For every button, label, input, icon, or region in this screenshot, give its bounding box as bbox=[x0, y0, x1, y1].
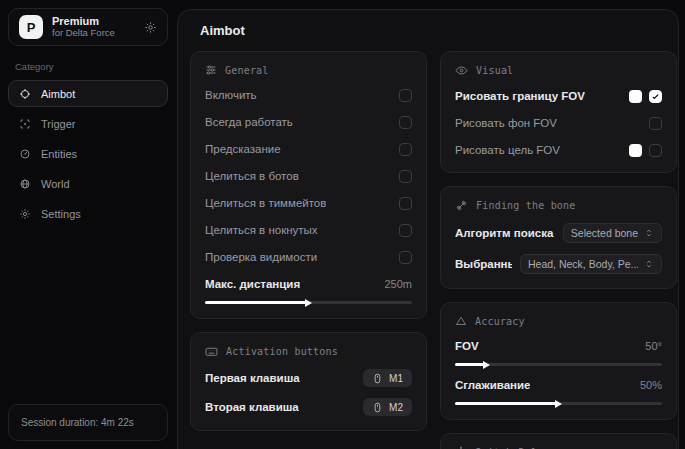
max-distance-slider[interactable] bbox=[205, 301, 412, 304]
content-columns: General Включить Всегда работать Предска… bbox=[178, 48, 678, 449]
selected-bones-select[interactable]: Head, Neck, Body, Pe... bbox=[520, 254, 662, 274]
section-title: Visual bbox=[476, 65, 513, 76]
tune-icon bbox=[205, 64, 217, 76]
left-column: General Включить Всегда работать Предска… bbox=[190, 51, 427, 449]
keybind-button-m2[interactable]: M2 bbox=[363, 398, 412, 416]
keybind-button-m1[interactable]: M1 bbox=[363, 369, 412, 387]
setting-row-visibility-check: Проверка видимости bbox=[205, 249, 412, 265]
slider-fill bbox=[455, 402, 556, 405]
color-swatch[interactable] bbox=[629, 90, 642, 103]
sidebar-nav: Aimbot Trigger Entities World Settings bbox=[8, 80, 168, 227]
sidebar-item-entities[interactable]: Entities bbox=[8, 140, 168, 167]
setting-row-draw-fov-target: Рисовать цель FOV bbox=[455, 142, 662, 158]
unfold-icon bbox=[644, 228, 654, 238]
accuracy-card-header: Accuracy bbox=[455, 315, 662, 327]
keyboard-icon bbox=[205, 345, 218, 358]
setting-label: Целиться в ботов bbox=[205, 170, 299, 182]
sidebar-item-label: Settings bbox=[41, 208, 81, 220]
main-panel: Aimbot General Включить Всегда работать bbox=[177, 9, 679, 449]
section-title: Activation buttons bbox=[226, 346, 338, 357]
checkbox[interactable] bbox=[649, 144, 662, 157]
sidebar-item-trigger[interactable]: Trigger bbox=[8, 110, 168, 137]
brand-logo: P bbox=[19, 15, 43, 39]
sidebar-item-aimbot[interactable]: Aimbot bbox=[8, 80, 168, 107]
sidebar-item-label: Entities bbox=[41, 148, 77, 160]
bones-card: Finding the bone Алгоритм поиска костей … bbox=[440, 186, 677, 289]
setting-label: Сглаживание bbox=[455, 379, 530, 391]
setting-row-draw-fov-border: Рисовать границу FOV bbox=[455, 88, 662, 104]
fov-slider[interactable] bbox=[455, 363, 662, 366]
eye-icon bbox=[455, 64, 468, 77]
setting-row-draw-fov-background: Рисовать фон FOV bbox=[455, 115, 662, 131]
general-card: General Включить Всегда работать Предска… bbox=[190, 51, 427, 319]
section-title: Finding the bone bbox=[476, 200, 576, 211]
activation-card: Activation buttons Первая клавиша M1 Вто… bbox=[190, 332, 427, 431]
checkbox[interactable] bbox=[399, 251, 412, 264]
session-duration: Session duration: 4m 22s bbox=[8, 404, 168, 441]
sidebar-item-label: World bbox=[41, 178, 70, 190]
checkbox[interactable] bbox=[399, 224, 412, 237]
unfold-icon bbox=[644, 259, 654, 269]
checkbox[interactable] bbox=[399, 197, 412, 210]
checkbox[interactable] bbox=[399, 89, 412, 102]
setting-row-prediction: Предсказание bbox=[205, 141, 412, 157]
setting-row-max-distance: Макс. дистанция 250m bbox=[205, 276, 412, 304]
bone-icon bbox=[455, 199, 468, 212]
sidebar-item-world[interactable]: World bbox=[8, 170, 168, 197]
setting-label: Целиться в нокнутых bbox=[205, 224, 318, 236]
mouse-icon bbox=[372, 373, 383, 384]
setting-label: Выбранные кости bbox=[455, 258, 512, 270]
sidebar: P Premium for Delta Force Category Aimbo… bbox=[0, 0, 176, 449]
setting-row-selected-bones: Выбранные кости Head, Neck, Body, Pe... bbox=[455, 254, 662, 274]
gear-icon bbox=[19, 208, 31, 220]
select-value: Selected bone bbox=[571, 227, 638, 239]
switch-delay-card: Switch Delay Задержка переключения Задер… bbox=[440, 433, 677, 449]
setting-row-smoothing: Сглаживание 50% bbox=[455, 377, 662, 405]
setting-label: Макс. дистанция bbox=[205, 278, 300, 290]
setting-row-target-bots: Целиться в ботов bbox=[205, 168, 412, 184]
smoothing-slider[interactable] bbox=[455, 402, 662, 405]
sidebar-item-label: Trigger bbox=[41, 118, 75, 130]
right-column: Visual Рисовать границу FOV Рисовать фон… bbox=[440, 51, 677, 449]
accuracy-card: Accuracy FOV 50° Сглаживание 50% bbox=[440, 302, 677, 420]
checkbox[interactable] bbox=[649, 117, 662, 130]
setting-label: Первая клавиша bbox=[205, 372, 300, 384]
bone-algorithm-select[interactable]: Selected bone bbox=[563, 223, 662, 243]
crosshair-icon bbox=[19, 88, 31, 100]
checkbox[interactable] bbox=[399, 143, 412, 156]
slider-value: 50° bbox=[645, 340, 662, 352]
setting-label: FOV bbox=[455, 340, 479, 352]
general-card-header: General bbox=[205, 64, 412, 76]
setting-label: Алгоритм поиска костей bbox=[455, 227, 555, 239]
page-title: Aimbot bbox=[178, 10, 678, 48]
mouse-icon bbox=[372, 402, 383, 413]
setting-label: Включить bbox=[205, 89, 257, 101]
color-swatch[interactable] bbox=[629, 144, 642, 157]
setting-row-fov: FOV 50° bbox=[455, 338, 662, 366]
checkbox[interactable] bbox=[399, 116, 412, 129]
bones-card-header: Finding the bone bbox=[455, 199, 662, 212]
setting-label: Целиться в тиммейтов bbox=[205, 197, 326, 209]
checkbox[interactable] bbox=[649, 90, 662, 103]
brand-card: P Premium for Delta Force bbox=[8, 8, 168, 46]
sidebar-item-settings[interactable]: Settings bbox=[8, 200, 168, 227]
keybind-label: M1 bbox=[389, 373, 403, 384]
setting-label: Предсказание bbox=[205, 143, 281, 155]
setting-row-target-knocked: Целиться в нокнутых bbox=[205, 222, 412, 238]
checkbox[interactable] bbox=[399, 170, 412, 183]
visual-card-header: Visual bbox=[455, 64, 662, 77]
brand-subtitle: for Delta Force bbox=[52, 28, 135, 39]
category-label: Category bbox=[15, 61, 161, 72]
section-title: General bbox=[225, 65, 269, 76]
brand-name: Premium bbox=[52, 15, 135, 28]
sidebar-item-label: Aimbot bbox=[41, 88, 75, 100]
setting-label: Всегда работать bbox=[205, 116, 293, 128]
gear-icon[interactable] bbox=[144, 21, 157, 34]
setting-row-enable: Включить bbox=[205, 87, 412, 103]
setting-row-second-key: Вторая клавиша M2 bbox=[205, 398, 412, 416]
globe-icon bbox=[19, 178, 31, 190]
visual-card: Visual Рисовать границу FOV Рисовать фон… bbox=[440, 51, 677, 173]
slider-fill bbox=[455, 363, 484, 366]
select-value: Head, Neck, Body, Pe... bbox=[528, 258, 638, 270]
setting-label: Рисовать цель FOV bbox=[455, 144, 560, 156]
